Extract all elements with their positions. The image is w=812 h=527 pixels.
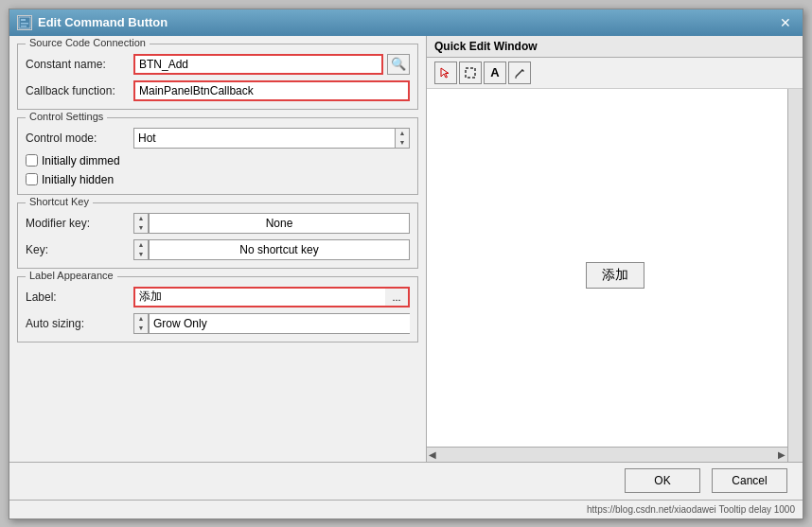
scroll-right-icon[interactable]: ▶ (778, 449, 786, 460)
auto-sizing-row: Auto sizing: ▲ ▼ (26, 313, 410, 334)
status-bar: https://blog.csdn.net/xiaodawei Tooltip … (9, 500, 803, 518)
svg-rect-1 (21, 19, 26, 21)
key-arrows: ▲ ▼ (133, 239, 149, 260)
control-mode-input[interactable] (133, 128, 395, 149)
quick-edit-title: Quick Edit Window (427, 36, 803, 58)
horizontal-scrollbar[interactable]: ◀ ▶ (427, 447, 787, 462)
source-code-section: Source Code Connection Constant name: 🔍 … (17, 44, 418, 110)
scroll-left-icon[interactable]: ◀ (429, 449, 436, 460)
auto-sizing-down[interactable]: ▼ (134, 324, 148, 333)
control-settings-title: Control Settings (26, 111, 107, 122)
modifier-key-label: Modifier key: (26, 217, 130, 230)
cursor-tool-button[interactable] (434, 61, 457, 84)
svg-line-6 (516, 70, 522, 77)
key-label: Key: (26, 243, 130, 256)
initially-hidden-row: Initially hidden (26, 173, 410, 186)
control-mode-down[interactable]: ▼ (396, 138, 409, 148)
control-mode-label: Control mode: (26, 132, 130, 145)
key-down[interactable]: ▼ (134, 250, 148, 259)
canvas-preview-button: 添加 (586, 262, 644, 289)
label-label: Label: (26, 290, 130, 304)
initially-hidden-label: Initially hidden (42, 173, 114, 186)
initially-dimmed-label: Initially dimmed (42, 154, 120, 167)
auto-sizing-input[interactable] (149, 313, 410, 334)
control-mode-spinner: ▲ ▼ (133, 128, 410, 149)
cancel-button[interactable]: Cancel (712, 468, 787, 493)
label-row: Label: ... (26, 287, 410, 307)
vertical-scrollbar[interactable] (787, 89, 803, 462)
label-appearance-title: Label Appearance (26, 270, 117, 281)
title-bar: Edit Command Button ✕ (9, 9, 803, 36)
initially-dimmed-row: Initially dimmed (26, 154, 410, 167)
shortcut-key-section: Shortcut Key Modifier key: ▲ ▼ Key: (17, 202, 418, 269)
callback-function-row: Callback function: (26, 80, 410, 101)
text-tool-icon: A (490, 65, 499, 79)
status-text: https://blog.csdn.net/xiaodawei Tooltip … (587, 504, 795, 515)
control-mode-arrows: ▲ ▼ (395, 128, 410, 149)
modifier-key-arrows: ▲ ▼ (133, 213, 149, 234)
constant-name-row: Constant name: 🔍 (26, 54, 410, 75)
svg-rect-5 (466, 68, 475, 78)
modifier-key-up[interactable]: ▲ (134, 214, 148, 223)
shortcut-key-title: Shortcut Key (26, 196, 93, 207)
modifier-key-spinner: ▲ ▼ (133, 213, 410, 234)
auto-sizing-spinner: ▲ ▼ (133, 313, 410, 334)
search-icon: 🔍 (391, 57, 406, 71)
modifier-key-input[interactable] (149, 213, 410, 234)
svg-rect-2 (21, 23, 28, 25)
label-input[interactable] (133, 287, 385, 307)
auto-sizing-label: Auto sizing: (26, 317, 130, 330)
ok-button[interactable]: OK (625, 468, 700, 493)
key-input[interactable] (149, 239, 410, 260)
pen-tool-button[interactable] (508, 61, 531, 84)
constant-name-label: Constant name: (26, 58, 130, 71)
callback-function-input[interactable] (133, 80, 410, 101)
dialog-footer: OK Cancel (9, 462, 803, 500)
initially-hidden-checkbox[interactable] (26, 173, 38, 185)
dialog-title: Edit Command Button (38, 15, 168, 29)
search-button[interactable]: 🔍 (387, 54, 410, 75)
control-settings-section: Control Settings Control mode: ▲ ▼ Initi… (17, 117, 418, 195)
left-panel: Source Code Connection Constant name: 🔍 … (9, 36, 426, 462)
initially-dimmed-checkbox[interactable] (26, 154, 38, 167)
constant-name-input[interactable] (133, 54, 383, 75)
quick-edit-toolbar: A (427, 58, 803, 89)
key-row: Key: ▲ ▼ (26, 239, 410, 260)
right-panel: Quick Edit Window A (426, 36, 803, 462)
modifier-key-row: Modifier key: ▲ ▼ (26, 213, 410, 234)
source-code-title: Source Code Connection (26, 37, 150, 48)
close-button[interactable]: ✕ (776, 15, 795, 30)
control-mode-row: Control mode: ▲ ▼ (26, 128, 410, 149)
label-appearance-section: Label Appearance Label: ... Auto sizing:… (17, 276, 418, 343)
dialog-icon (17, 15, 32, 30)
label-input-group: ... (133, 287, 410, 307)
auto-sizing-up[interactable]: ▲ (134, 314, 148, 324)
svg-marker-4 (441, 68, 449, 78)
callback-function-label: Callback function: (26, 84, 130, 97)
auto-sizing-arrows: ▲ ▼ (133, 313, 149, 334)
key-up[interactable]: ▲ (134, 240, 148, 250)
control-mode-up[interactable]: ▲ (396, 129, 409, 138)
quick-edit-canvas: 添加 ◀ ▶ (427, 89, 803, 462)
rect-tool-button[interactable] (459, 61, 482, 84)
key-spinner: ▲ ▼ (133, 239, 410, 260)
text-tool-button[interactable]: A (484, 61, 506, 84)
browse-button[interactable]: ... (385, 287, 410, 307)
svg-rect-3 (21, 26, 26, 27)
modifier-key-down[interactable]: ▼ (134, 223, 148, 233)
